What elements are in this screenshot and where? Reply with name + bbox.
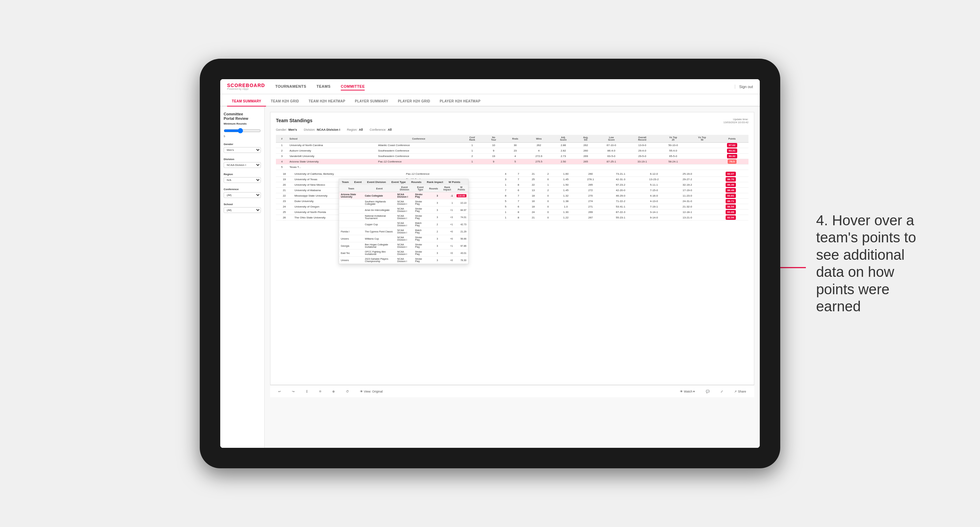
- hover-table-header: Team Event Event Division Event Type Rou…: [339, 179, 468, 185]
- view-button[interactable]: 👁 View: Original: [357, 389, 385, 395]
- filter-gender: Gender: Men's: [276, 128, 297, 132]
- add-button[interactable]: ⊕: [329, 389, 338, 395]
- table-row-highlighted[interactable]: 4 Arizona State University Pac-12 Confer…: [276, 159, 748, 165]
- bottom-toolbar: ↩ ↪ ↧ ⧈ ⊕ ⏱ 👁 View: Original 👁 Watch ▾ 💬…: [270, 385, 754, 397]
- sidebar-label-school: School: [224, 203, 261, 206]
- hover-w-points-label: W Points: [449, 181, 460, 184]
- subnav-team-h2h-heatmap[interactable]: TEAM H2H HEATMAP: [304, 97, 350, 106]
- sidebar-label-division: Division: [224, 158, 261, 161]
- conference-select[interactable]: (All) ACC: [224, 192, 261, 198]
- sidebar-label-conference: Conference: [224, 188, 261, 191]
- subnav-player-h2h-heatmap[interactable]: PLAYER H2H HEATMAP: [435, 97, 485, 106]
- col-conf-rank: ConfRank: [461, 135, 483, 143]
- share-button[interactable]: ↗ Share: [732, 389, 749, 395]
- hover-row: Georgia Ben Hogan Collegiate Invitationa…: [339, 242, 468, 249]
- watch-button[interactable]: 👁 Watch ▾: [677, 389, 698, 395]
- col-school: School: [288, 135, 377, 143]
- sign-out-button[interactable]: Sign out: [735, 85, 753, 89]
- hover-row: Arizona State University Cabo Collegiate…: [339, 192, 468, 199]
- hover-row: Copper Cup NCAA Division I Match Play 2 …: [339, 221, 468, 228]
- filter-division: Division: NCAA Division I: [304, 128, 340, 132]
- points-badge: 90.32: [727, 154, 737, 159]
- hover-tooltip-table: Team Event Event Division Event Type Rou…: [339, 179, 468, 264]
- sidebar-section-rounds: Minimum Rounds 5: [224, 122, 261, 138]
- logo-title: SCOREBOARD: [227, 83, 265, 88]
- hover-rounds-label: Rounds: [411, 181, 422, 184]
- sidebar-section-school: School (All): [224, 203, 261, 213]
- sidebar-section-region: Region N/A East: [224, 173, 261, 183]
- col-points: Points: [716, 135, 748, 143]
- sidebar-title: CommitteePortal Review: [224, 112, 261, 121]
- tablet-device: SCOREBOARD Powered by clippi TOURNAMENTS…: [200, 59, 780, 468]
- hover-row: Florida I The Cypress Point Classic NCAA…: [339, 228, 468, 235]
- col-avg-sg: Avg.SG: [575, 135, 596, 143]
- timer-button[interactable]: ⏱: [343, 389, 352, 395]
- main-nav: TOURNAMENTS TEAMS COMMITTEE: [275, 83, 735, 90]
- tablet-screen: SCOREBOARD Powered by clippi TOURNAMENTS…: [220, 79, 760, 448]
- redo-button[interactable]: ↪: [289, 389, 298, 395]
- sidebar-section-division: Division NCAA Division I NCAA Division I…: [224, 158, 261, 168]
- col-no-tour: NoTour: [483, 135, 504, 143]
- col-vs-top50: Vs Top50: [689, 135, 716, 143]
- logo-sub: Powered by clippi: [227, 88, 265, 90]
- report-container: Team Standings Update time: 13/03/2024 1…: [270, 112, 754, 385]
- filter-region: Region: All: [347, 128, 363, 132]
- hover-event-division-label: Event Division: [367, 181, 386, 184]
- hover-row: National Invitational Tournament NCAA Di…: [339, 214, 468, 221]
- comment-button[interactable]: 💬: [703, 389, 712, 395]
- app-logo: SCOREBOARD Powered by clippi: [227, 83, 265, 90]
- standings-table: # School Conference ConfRank NoTour Rnds…: [276, 135, 748, 170]
- sidebar-section-gender: Gender Men's Women's: [224, 143, 261, 153]
- report-title: Team Standings: [276, 118, 312, 123]
- subnav-player-summary[interactable]: PLAYER SUMMARY: [350, 97, 393, 106]
- hover-event-type-label: Event Type: [391, 181, 406, 184]
- filter-conference: Conference: All: [369, 128, 392, 132]
- nav-teams[interactable]: TEAMS: [317, 83, 331, 90]
- hover-rank-impact-label: Rank Impact: [427, 181, 443, 184]
- undo-button[interactable]: ↩: [275, 389, 284, 395]
- sidebar: CommitteePortal Review Minimum Rounds 5 …: [220, 106, 265, 448]
- col-rank: #: [276, 135, 288, 143]
- expand-button[interactable]: ⤢: [718, 389, 726, 395]
- subnav-player-h2h-grid[interactable]: PLAYER H2H GRID: [393, 97, 435, 106]
- hover-team-label: Team: [342, 181, 348, 184]
- hover-row: Univers 2023 Sahalee Players Championshi…: [339, 257, 468, 264]
- update-time: Update time: 13/03/2024 10:03:42: [724, 118, 748, 124]
- subnav-team-summary[interactable]: TEAM SUMMARY: [227, 97, 266, 106]
- sidebar-label-gender: Gender: [224, 143, 261, 146]
- school-select[interactable]: (All): [224, 207, 261, 213]
- fit-button[interactable]: ↧: [303, 389, 311, 395]
- points-highlight: 79.5: [728, 159, 737, 164]
- hover-row: East Tec OFCC Fighting Illini Invitation…: [339, 249, 468, 257]
- table-row[interactable]: 2 Auburn University Southeastern Confere…: [276, 148, 748, 154]
- report-area: Team Standings Update time: 13/03/2024 1…: [265, 106, 760, 448]
- hover-row: Univers Williams Cup NCAA Division I Str…: [339, 235, 468, 242]
- hover-row: Southern Highlands Collegiate NCAA Divis…: [339, 199, 468, 206]
- rounds-value: 5: [224, 135, 261, 138]
- division-select[interactable]: NCAA Division I NCAA Division II: [224, 162, 261, 168]
- col-low-score: LowScore: [596, 135, 627, 143]
- copy-button[interactable]: ⧈: [317, 388, 324, 395]
- min-rounds-slider[interactable]: [224, 128, 261, 133]
- nav-committee[interactable]: COMMITTEE: [341, 83, 365, 90]
- subnav-team-h2h-grid[interactable]: TEAM H2H GRID: [266, 97, 304, 106]
- hover-inner-table: Team Event Event Division Event Type Rou…: [339, 185, 468, 264]
- hover-row: Amer An Intercollegiate NCAA Division I …: [339, 206, 468, 214]
- main-content: CommitteePortal Review Minimum Rounds 5 …: [220, 106, 760, 448]
- table-row[interactable]: 5 Texas T...: [276, 165, 748, 170]
- col-overall-record: OverallRecord: [627, 135, 658, 143]
- table-row[interactable]: 18 University of California, Berkeley Pa…: [276, 171, 748, 177]
- hover-event-label: Event: [354, 181, 362, 184]
- sidebar-section-conference: Conference (All) ACC: [224, 188, 261, 198]
- points-badge: 97.02: [727, 143, 737, 148]
- nav-tournaments[interactable]: TOURNAMENTS: [275, 83, 306, 90]
- sub-nav: TEAM SUMMARY TEAM H2H GRID TEAM H2H HEAT…: [220, 94, 760, 106]
- col-vs-top25: Vs Top25: [658, 135, 688, 143]
- region-select[interactable]: N/A East: [224, 177, 261, 183]
- table-row[interactable]: 3 Vanderbilt University Southeastern Con…: [276, 154, 748, 159]
- col-conference: Conference: [376, 135, 461, 143]
- gender-select[interactable]: Men's Women's: [224, 147, 261, 153]
- annotation-text: 4. Hover over a team's points to see add…: [816, 212, 925, 315]
- table-row[interactable]: 1 University of North Carolina Atlantic …: [276, 143, 748, 148]
- filter-row: Gender: Men's Division: NCAA Division I …: [276, 128, 748, 132]
